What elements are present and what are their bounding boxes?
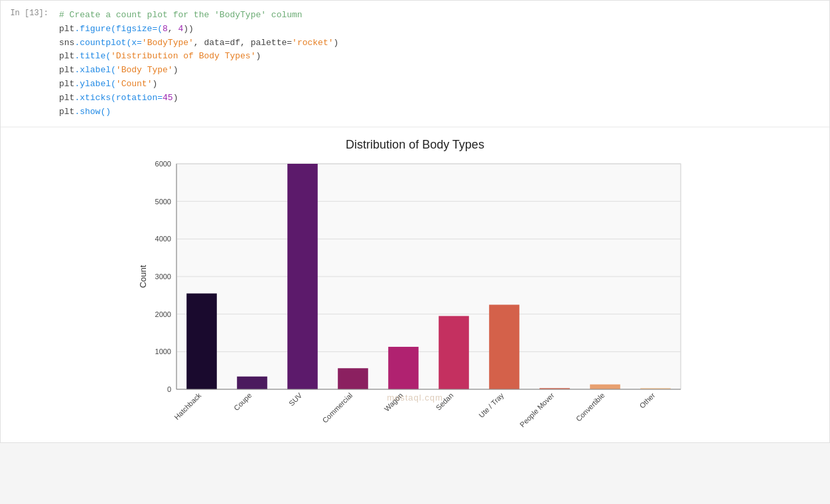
svg-text:Wagon: Wagon bbox=[382, 391, 404, 413]
svg-text:4000: 4000 bbox=[155, 235, 171, 243]
svg-text:SUV: SUV bbox=[287, 391, 303, 408]
svg-text:Sedan: Sedan bbox=[434, 391, 454, 412]
svg-rect-18 bbox=[237, 377, 267, 389]
svg-rect-32 bbox=[590, 385, 620, 389]
chart-title: Distribution of Body Types bbox=[346, 138, 484, 152]
svg-text:Hatchback: Hatchback bbox=[173, 391, 203, 422]
svg-text:3000: 3000 bbox=[155, 273, 171, 281]
svg-rect-20 bbox=[287, 164, 318, 389]
cell-code: # Create a count plot for the 'BodyType'… bbox=[54, 6, 829, 121]
svg-text:Ute / Tray: Ute / Tray bbox=[477, 391, 506, 420]
svg-text:Other: Other bbox=[638, 391, 656, 410]
svg-rect-24 bbox=[388, 347, 419, 389]
svg-rect-28 bbox=[489, 305, 519, 390]
bar-chart: 0100020003000400050006000CountHatchbackC… bbox=[137, 157, 694, 442]
svg-text:0: 0 bbox=[167, 385, 171, 393]
svg-text:Commercial: Commercial bbox=[320, 391, 354, 424]
svg-rect-16 bbox=[186, 294, 217, 390]
chart-area: 0100020003000400050006000CountHatchbackC… bbox=[137, 157, 694, 442]
notebook-cell: In [13]: # Create a count plot for the '… bbox=[0, 0, 830, 443]
svg-text:Coupe: Coupe bbox=[232, 391, 253, 412]
svg-text:6000: 6000 bbox=[155, 160, 171, 168]
svg-text:Convertible: Convertible bbox=[574, 391, 606, 423]
svg-rect-26 bbox=[439, 316, 469, 390]
cell-input: In [13]: # Create a count plot for the '… bbox=[1, 1, 829, 127]
svg-text:5000: 5000 bbox=[155, 198, 171, 206]
svg-text:Count: Count bbox=[138, 265, 148, 288]
cell-label: In [13]: bbox=[1, 6, 54, 21]
svg-text:2000: 2000 bbox=[155, 310, 171, 318]
svg-rect-22 bbox=[338, 369, 368, 390]
svg-text:People Mover: People Mover bbox=[518, 391, 555, 429]
chart-output: Distribution of Body Types 0100020003000… bbox=[1, 127, 829, 442]
svg-text:1000: 1000 bbox=[155, 348, 171, 356]
